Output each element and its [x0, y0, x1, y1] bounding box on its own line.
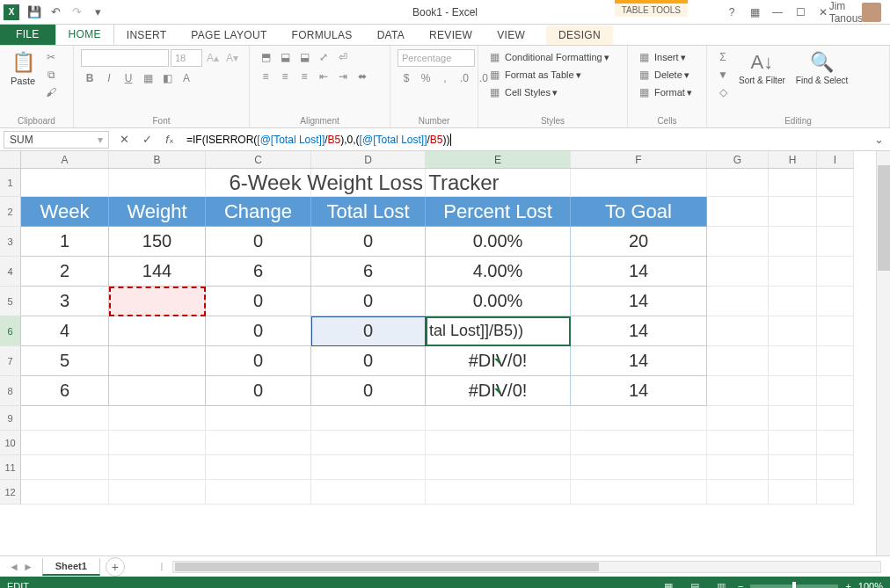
increase-decimal-icon[interactable]: .0: [456, 70, 473, 86]
align-bottom-icon[interactable]: ⬓: [295, 49, 313, 65]
cell-B12[interactable]: [109, 480, 206, 505]
select-all-triangle[interactable]: [0, 151, 21, 169]
cell-F6[interactable]: 14: [571, 316, 707, 346]
cell-E4[interactable]: 4.00%: [426, 257, 571, 287]
row-header-11[interactable]: 11: [0, 455, 21, 480]
cell-C5[interactable]: 0: [206, 287, 311, 316]
cell-H4[interactable]: [769, 257, 817, 287]
cell-E5[interactable]: 0.00%: [426, 287, 571, 316]
format-cells-button[interactable]: ▦Format▾: [635, 84, 692, 100]
wrap-text-icon[interactable]: ⏎: [334, 49, 352, 65]
cell-A4[interactable]: 2: [21, 257, 109, 287]
cell-C3[interactable]: 0: [206, 227, 311, 257]
column-header-G[interactable]: G: [707, 151, 769, 168]
cell-styles-button[interactable]: ▦Cell Styles▾: [485, 84, 558, 100]
merge-icon[interactable]: ⬌: [354, 69, 371, 84]
cell-A6[interactable]: 4: [21, 316, 109, 346]
tab-file[interactable]: FILE: [0, 24, 55, 45]
find-select-button[interactable]: 🔍 Find & Select: [792, 49, 851, 87]
zoom-in-icon[interactable]: +: [845, 581, 850, 588]
row-header-7[interactable]: 7: [0, 346, 21, 376]
redo-icon[interactable]: ↷: [67, 3, 86, 22]
cell-C12[interactable]: [206, 480, 311, 505]
save-icon[interactable]: 💾: [25, 3, 44, 22]
tab-design[interactable]: DESIGN: [546, 25, 613, 45]
cell-E7[interactable]: #DIV/0!: [426, 346, 571, 376]
delete-cells-button[interactable]: ▦Delete▾: [635, 67, 689, 83]
cell-A8[interactable]: 6: [21, 376, 109, 406]
cell-B6[interactable]: [109, 316, 206, 346]
help-icon[interactable]: ?: [721, 2, 742, 23]
cell-H5[interactable]: [769, 287, 817, 316]
column-header-C[interactable]: C: [206, 151, 311, 168]
cell-G9[interactable]: [707, 406, 769, 431]
cell-I2[interactable]: [817, 197, 854, 227]
cell-H12[interactable]: [769, 480, 817, 505]
column-header-A[interactable]: A: [21, 151, 109, 168]
cell-C9[interactable]: [206, 406, 311, 431]
tab-review[interactable]: REVIEW: [417, 25, 485, 45]
cell-D3[interactable]: 0: [311, 227, 426, 257]
cell-E12[interactable]: [426, 480, 571, 505]
cell-A3[interactable]: 1: [21, 227, 109, 257]
column-header-B[interactable]: B: [109, 151, 206, 168]
cell-D11[interactable]: [311, 455, 426, 480]
font-family-combo[interactable]: [81, 49, 169, 67]
cell-E10[interactable]: [426, 431, 571, 455]
autosum-icon[interactable]: Σ: [714, 49, 732, 65]
fill-icon[interactable]: ▼: [714, 67, 732, 83]
cell-A5[interactable]: 3: [21, 287, 109, 316]
cell-A10[interactable]: [21, 431, 109, 455]
cancel-formula-icon[interactable]: ✕: [113, 130, 135, 149]
cell-A12[interactable]: [21, 480, 109, 505]
tab-data[interactable]: DATA: [365, 25, 417, 45]
row-header-3[interactable]: 3: [0, 227, 21, 257]
tab-view[interactable]: VIEW: [485, 25, 537, 45]
cell-H1[interactable]: [769, 169, 817, 197]
increase-font-icon[interactable]: A▴: [204, 50, 222, 66]
italic-icon[interactable]: I: [100, 70, 118, 86]
cell-G8[interactable]: [707, 376, 769, 406]
number-format-combo[interactable]: Percentage: [398, 49, 475, 67]
zoom-out-icon[interactable]: −: [738, 581, 743, 588]
page-layout-view-icon[interactable]: ▤: [685, 579, 704, 588]
cell-D10[interactable]: [311, 431, 426, 455]
cell-I10[interactable]: [817, 431, 854, 455]
cell-H8[interactable]: [769, 376, 817, 406]
format-as-table-button[interactable]: ▦Format as Table▾: [485, 67, 581, 83]
cell-G11[interactable]: [707, 455, 769, 480]
cell-I1[interactable]: [817, 169, 854, 197]
cell-C11[interactable]: [206, 455, 311, 480]
insert-cells-button[interactable]: ▦Insert▾: [635, 49, 686, 65]
cell-G7[interactable]: [707, 346, 769, 376]
paste-button[interactable]: 📋 Paste: [7, 49, 39, 88]
orientation-icon[interactable]: ⤢: [315, 49, 332, 65]
cell-D2[interactable]: Total Lost: [311, 197, 426, 227]
enter-formula-icon[interactable]: ✓: [135, 130, 158, 149]
cell-B10[interactable]: [109, 431, 206, 455]
ribbon-options-icon[interactable]: ▦: [744, 2, 765, 23]
row-header-6[interactable]: 6: [0, 316, 21, 346]
cut-icon[interactable]: ✂: [42, 49, 60, 65]
cell-G12[interactable]: [707, 480, 769, 505]
insert-function-icon[interactable]: fₓ: [158, 130, 181, 149]
underline-icon[interactable]: U: [120, 70, 137, 86]
cell-A2[interactable]: Week: [21, 197, 109, 227]
cell-C2[interactable]: Change: [206, 197, 311, 227]
cell-G4[interactable]: [707, 257, 769, 287]
decrease-font-icon[interactable]: A▾: [223, 50, 241, 66]
currency-icon[interactable]: $: [398, 70, 415, 86]
sort-filter-button[interactable]: A↓ Sort & Filter: [735, 49, 789, 87]
cell-D6[interactable]: 0: [311, 316, 426, 346]
cell-F5[interactable]: 14: [571, 287, 707, 316]
user-name[interactable]: Jim Tanous: [835, 2, 857, 23]
cell-B7[interactable]: [109, 346, 206, 376]
font-color-icon[interactable]: A: [178, 70, 195, 86]
cell-A9[interactable]: [21, 406, 109, 431]
cell-C8[interactable]: 0: [206, 376, 311, 406]
column-header-F[interactable]: F: [571, 151, 707, 168]
clear-icon[interactable]: ◇: [714, 84, 732, 100]
tab-formulas[interactable]: FORMULAS: [280, 25, 365, 45]
zoom-level[interactable]: 100%: [858, 581, 883, 588]
cell-I4[interactable]: [817, 257, 854, 287]
